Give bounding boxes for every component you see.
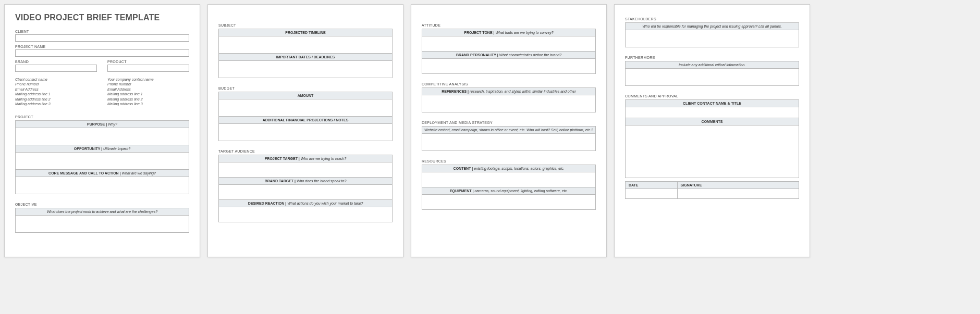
opportunity-header: OPPORTUNITY | Ultimate impact? — [16, 145, 189, 153]
brand-personality-header: BRAND PERSONALITY | What characteristics… — [422, 51, 595, 59]
resources-box: CONTENT | existing footage, scripts, loc… — [422, 165, 596, 210]
references-body[interactable] — [422, 95, 595, 112]
stakeholders-header: Who will be responsible for managing the… — [626, 23, 799, 30]
core-message-body[interactable] — [16, 177, 189, 194]
objective-hint: What does the project work to achieve an… — [47, 210, 157, 213]
project-name-input[interactable] — [15, 49, 189, 57]
equipment-header: EQUIPMENT | cameras, sound equipment, li… — [422, 187, 595, 195]
company-contact-block: Your company contact name Phone number E… — [107, 77, 189, 107]
project-section-label: PROJECT — [15, 115, 189, 119]
brand-target-body[interactable] — [219, 185, 392, 199]
brand-label: BRAND — [15, 60, 97, 64]
important-dates-body[interactable] — [219, 61, 392, 78]
desired-reaction-header: DESIRED REACTION | What actions do you w… — [219, 199, 392, 207]
field-product: PRODUCT — [107, 57, 189, 72]
company-contact-addr3: Mailing address line 3 — [107, 102, 189, 106]
company-contact-name: Your company contact name — [107, 77, 189, 82]
client-contact-addr1: Mailing address line 1 — [15, 92, 97, 96]
project-tone-header: PROJECT TONE | What traits are we trying… — [422, 29, 595, 36]
client-contact-title-body[interactable] — [626, 107, 799, 118]
desired-reaction-body[interactable] — [219, 207, 392, 222]
brand-target-label: BRAND TARGET — [265, 179, 293, 183]
page-4: STAKEHOLDERS Who will be responsible for… — [614, 4, 810, 257]
company-contact-addr2: Mailing address line 2 — [107, 97, 189, 102]
opportunity-hint: Ultimate impact? — [103, 147, 130, 150]
content-body[interactable] — [422, 172, 595, 187]
comments-approval-box: CLIENT CONTACT NAME & TITLE COMMENTS — [625, 99, 799, 178]
deployment-section-label: DEPLOYMENT AND MEDIA STRATEGY — [422, 121, 596, 124]
brand-personality-body[interactable] — [422, 59, 595, 73]
projected-timeline-header: PROJECTED TIMELINE — [219, 29, 392, 36]
client-contact-addr3: Mailing address line 3 — [15, 102, 97, 106]
deployment-body[interactable] — [422, 134, 595, 150]
comments-body[interactable] — [626, 125, 799, 178]
page-2: SUBJECT PROJECTED TIMELINE IMPORTANT DAT… — [207, 4, 403, 257]
deployment-box: Website embed, email campaign, shown in … — [422, 126, 596, 151]
subject-section-label: SUBJECT — [218, 23, 393, 27]
client-label: CLIENT — [15, 30, 189, 33]
stakeholders-section-label: STAKEHOLDERS — [625, 17, 799, 21]
purpose-hint: Why? — [108, 122, 117, 126]
objective-body[interactable] — [16, 216, 189, 232]
amount-body[interactable] — [219, 99, 392, 116]
comments-header: COMMENTS — [626, 118, 799, 125]
financial-notes-body[interactable] — [219, 124, 392, 141]
content-header: CONTENT | existing footage, scripts, loc… — [422, 165, 595, 172]
target-audience-box: PROJECT TARGET | Who are we trying to re… — [218, 155, 393, 222]
date-header: DATE — [626, 182, 677, 189]
signature-body[interactable] — [678, 189, 799, 198]
document-pages: VIDEO PROJECT BRIEF TEMPLATE CLIENT PROJ… — [4, 4, 976, 257]
client-input[interactable] — [15, 34, 189, 42]
product-input[interactable] — [107, 65, 189, 72]
equipment-body[interactable] — [422, 195, 595, 209]
purpose-body[interactable] — [16, 128, 189, 145]
references-hint: research, inspiration, and styles within… — [470, 90, 576, 93]
amount-header: AMOUNT — [219, 92, 392, 99]
opportunity-body[interactable] — [16, 153, 189, 169]
budget-box: AMOUNT ADDITIONAL FINANCIAL PROJECTIONS … — [218, 92, 393, 141]
signature-table: DATE SIGNATURE — [625, 181, 799, 199]
company-contact-email: Email Address — [107, 87, 189, 92]
project-target-body[interactable] — [219, 162, 392, 177]
furthermore-hint: Include any additional critical informat… — [679, 63, 745, 67]
furthermore-box: Include any additional critical informat… — [625, 61, 799, 86]
client-contact-title-header: CLIENT CONTACT NAME & TITLE — [626, 100, 799, 107]
date-body[interactable] — [626, 189, 677, 198]
stakeholders-body[interactable] — [626, 30, 799, 47]
budget-section-label: BUDGET — [218, 86, 393, 90]
project-target-header: PROJECT TARGET | Who are we trying to re… — [219, 155, 392, 162]
page-3: ATTITUDE PROJECT TONE | What traits are … — [411, 4, 607, 257]
company-contact-addr1: Mailing address line 1 — [107, 92, 189, 96]
client-contact-email: Email Address — [15, 87, 97, 92]
furthermore-section-label: FURTHERMORE — [625, 56, 799, 59]
references-label: REFERENCES — [442, 90, 467, 93]
core-message-label: CORE MESSAGE AND CALL TO ACTION — [48, 171, 119, 175]
furthermore-body[interactable] — [626, 69, 799, 85]
company-contact-phone: Phone number — [107, 82, 189, 86]
objective-box: What does the project work to achieve an… — [15, 208, 189, 233]
core-message-header: CORE MESSAGE AND CALL TO ACTION | What a… — [16, 169, 189, 177]
product-label: PRODUCT — [107, 60, 189, 64]
attitude-box: PROJECT TONE | What traits are we trying… — [422, 29, 596, 74]
brand-personality-hint: What characteristics define the brand? — [499, 53, 561, 57]
field-brand: BRAND — [15, 57, 97, 72]
project-tone-body[interactable] — [422, 36, 595, 51]
subject-box: PROJECTED TIMELINE IMPORTANT DATES / DEA… — [218, 29, 393, 78]
target-audience-section-label: TARGET AUDIENCE — [218, 149, 393, 153]
furthermore-header: Include any additional critical informat… — [626, 61, 799, 69]
opportunity-label: OPPORTUNITY — [74, 147, 100, 150]
field-client: CLIENT — [15, 30, 189, 42]
objective-header: What does the project work to achieve an… — [16, 208, 189, 216]
client-contact-name: Client contact name — [15, 77, 97, 82]
objective-section-label: OBJECTIVE — [15, 203, 189, 206]
core-message-hint: What are we saying? — [122, 171, 156, 175]
resources-section-label: RESOURCES — [422, 159, 596, 163]
projected-timeline-body[interactable] — [219, 36, 392, 53]
document-title: VIDEO PROJECT BRIEF TEMPLATE — [15, 13, 189, 22]
client-contact-block: Client contact name Phone number Email A… — [15, 77, 97, 107]
financial-notes-header: ADDITIONAL FINANCIAL PROJECTIONS / NOTES — [219, 116, 392, 124]
field-project-name: PROJECT NAME — [15, 45, 189, 57]
brand-input[interactable] — [15, 65, 97, 72]
brand-product-row: BRAND PRODUCT — [15, 57, 189, 72]
competitive-section-label: COMPETITIVE ANALYSIS — [422, 82, 596, 86]
